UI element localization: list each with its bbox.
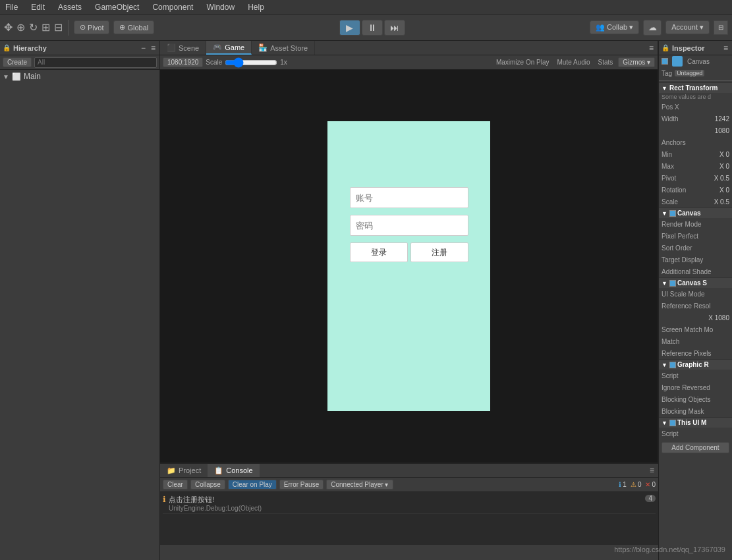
pause-button[interactable]: ⏸ — [362, 20, 383, 36]
reference-resol-label: Reference Resol — [662, 302, 710, 310]
bottom-tab-bar: 📁 Project 📋 Console ≡ — [160, 463, 658, 478]
canvas-label: Canvas — [687, 58, 710, 65]
canvas-checkbox[interactable] — [662, 58, 668, 65]
menu-assets[interactable]: Assets — [55, 3, 84, 12]
rect-transform-section[interactable]: ▼ Rect Transform — [659, 82, 732, 93]
graphic-r-section[interactable]: ▼ Graphic R — [659, 359, 732, 370]
min-label: Min — [662, 151, 672, 158]
error-pause-button[interactable]: Error Pause — [279, 480, 324, 490]
hierarchy-panel: 🔒 Hierarchy − ≡ Create ▼ ⬜ Main — [0, 41, 160, 560]
scale-slider[interactable] — [225, 59, 277, 67]
console-counts: ℹ 1 ⚠ 0 ✕ 0 — [619, 481, 656, 488]
canvas-section-title: Canvas — [677, 210, 701, 217]
max-x-value: X 0 — [719, 163, 729, 170]
center-container: ⬛ Scene 🎮 Game 🏪 Asset Store ≡ 1080:1920 — [160, 41, 658, 560]
step-button[interactable]: ⏭ — [384, 20, 405, 36]
pivot-label-insp: Pivot — [662, 175, 676, 182]
account-button[interactable]: Account ▾ — [665, 20, 710, 34]
create-button[interactable]: Create — [3, 57, 32, 67]
ui-scale-mode-row: UI Scale Mode — [659, 288, 732, 300]
this-ui-m-expand-icon: ▼ — [662, 420, 667, 426]
connected-player-button[interactable]: Connected Player ▾ — [326, 480, 393, 490]
stats-label: Stats — [598, 59, 613, 66]
canvas-scaler-checkbox[interactable] — [669, 280, 676, 287]
center-menu-button[interactable]: ≡ — [648, 43, 655, 53]
tab-game[interactable]: 🎮 Game — [206, 41, 252, 55]
canvas-scaler-section[interactable]: ▼ Canvas S — [659, 277, 732, 288]
rotation-label: Rotation — [662, 186, 686, 194]
entry-icon: ℹ — [163, 495, 166, 504]
clear-on-play-button[interactable]: Clear on Play — [228, 480, 277, 490]
entry-main-text: 点击注册按钮! — [169, 495, 262, 505]
graphic-r-expand-icon: ▼ — [662, 362, 667, 368]
ignore-reversed-label: Ignore Reversed — [662, 384, 710, 391]
register-button[interactable]: 注册 — [410, 242, 468, 262]
this-ui-m-checkbox[interactable] — [669, 420, 676, 426]
global-icon: ⊕ — [119, 23, 125, 32]
x-1080-row: X 1080 — [659, 312, 732, 323]
menu-edit[interactable]: Edit — [28, 3, 47, 12]
resolution-button[interactable]: 1080:1920 — [163, 57, 203, 67]
canvas-section[interactable]: ▼ Canvas — [659, 208, 732, 218]
add-component-button[interactable]: Add Component — [662, 442, 729, 453]
pivot-row: Pivot X 0.5 — [659, 172, 732, 184]
collab-icon: 👥 — [596, 23, 605, 31]
min-row: Min X 0 — [659, 148, 732, 160]
hierarchy-toolbar: Create — [0, 55, 159, 70]
canvas-section-checkbox[interactable] — [669, 210, 676, 217]
this-ui-m-section[interactable]: ▼ This UI M — [659, 417, 732, 428]
collapse-button[interactable]: Collapse — [190, 480, 225, 490]
hierarchy-minimize-button[interactable]: − — [140, 43, 147, 53]
tab-scene[interactable]: ⬛ Scene — [160, 41, 206, 55]
pivot-icon: ⊙ — [80, 23, 86, 32]
height-value: 1080 — [715, 127, 729, 134]
tag-row: Tag Untagged — [659, 67, 732, 79]
blocking-mask-label: Blocking Mask — [662, 408, 704, 415]
entry-text-block: 点击注册按钮! UnityEngine.Debug:Log(Object) — [169, 495, 262, 512]
script-row: Script — [659, 370, 732, 381]
reference-resol-row: Reference Resol — [659, 300, 732, 312]
graphic-r-title: Graphic R — [677, 361, 709, 368]
inspector-title: Inspector — [672, 44, 705, 52]
screen-match-label: Screen Match Mo — [662, 326, 713, 333]
pixel-perfect-row: Pixel Perfect — [659, 230, 732, 242]
collab-button[interactable]: 👥 Collab ▾ — [590, 20, 639, 34]
graphic-r-checkbox[interactable] — [669, 362, 676, 368]
password-input[interactable] — [350, 215, 468, 236]
rect-transform-expand-icon: ▼ — [662, 85, 667, 92]
hierarchy-item-main[interactable]: ▼ ⬜ Main — [0, 71, 159, 82]
game-canvas: 登录 注册 — [327, 121, 490, 411]
cloud-button[interactable]: ☁ — [643, 20, 662, 36]
tab-controls: ≡ — [648, 41, 658, 55]
tag-label: Tag — [662, 70, 672, 77]
login-button[interactable]: 登录 — [350, 242, 408, 262]
hierarchy-menu-button[interactable]: ≡ — [150, 43, 157, 53]
rect-transform-title: Rect Transform — [669, 84, 718, 92]
menu-help[interactable]: Help — [245, 3, 267, 12]
canvas-scaler-title: Canvas S — [677, 279, 707, 287]
tab-asset-store[interactable]: 🏪 Asset Store — [252, 41, 315, 55]
pivot-button[interactable]: ⊙ Pivot — [74, 20, 109, 34]
menu-component[interactable]: Component — [150, 3, 196, 12]
inspector-menu-button[interactable]: ≡ — [722, 43, 729, 53]
canvas-section-expand-icon: ▼ — [662, 210, 667, 217]
tab-project[interactable]: 📁 Project — [160, 464, 208, 477]
global-button[interactable]: ⊕ Global — [113, 20, 154, 34]
extra-button[interactable]: ⊟ — [714, 20, 728, 35]
menu-file[interactable]: File — [3, 3, 20, 12]
clear-button[interactable]: Clear — [163, 480, 188, 490]
info-count: 1 — [623, 481, 627, 488]
some-values-note: Some values are d — [659, 93, 732, 101]
hierarchy-search-input[interactable] — [34, 57, 157, 68]
console-entry[interactable]: ℹ 点击注册按钮! UnityEngine.Debug:Log(Object) … — [163, 493, 656, 514]
toolbar: ✥ ⊕ ↻ ⊞ ⊟ ⊙ Pivot ⊕ Global ▶ ⏸ ⏭ 👥 Colla… — [0, 14, 732, 41]
console-toolbar: Clear Collapse Clear on Play Error Pause… — [160, 478, 658, 492]
target-display-label: Target Display — [662, 256, 703, 264]
menu-gameobject[interactable]: GameObject — [92, 3, 142, 12]
bottom-menu-button[interactable]: ≡ — [648, 466, 656, 475]
account-input[interactable] — [350, 187, 468, 208]
gizmos-button[interactable]: Gizmos ▾ — [618, 57, 655, 67]
play-button[interactable]: ▶ — [339, 20, 360, 36]
tab-console[interactable]: 📋 Console — [208, 464, 259, 477]
menu-window[interactable]: Window — [204, 3, 237, 12]
